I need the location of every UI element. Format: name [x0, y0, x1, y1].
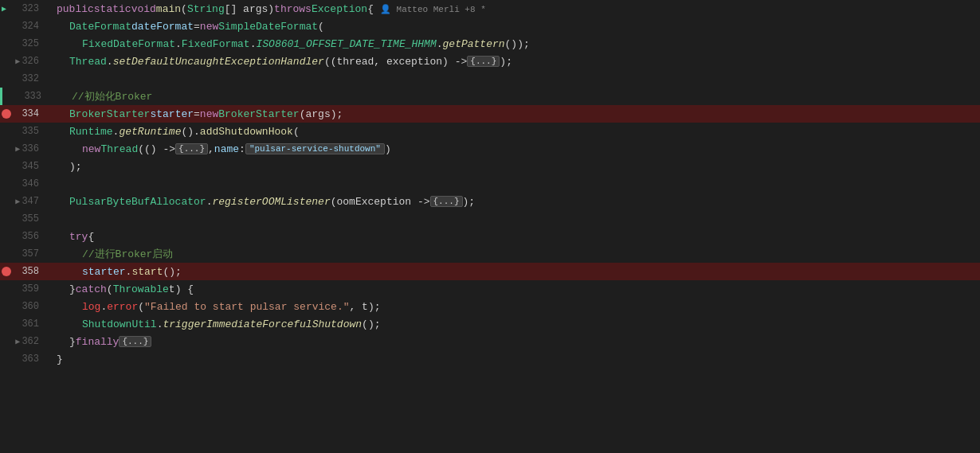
- type-throwable: Throwable: [113, 283, 169, 295]
- type-shutdownutil: ShutdownUtil: [82, 318, 157, 330]
- type-fixedformat: FixedFormat: [182, 38, 250, 50]
- fold-347[interactable]: ▶: [15, 197, 20, 206]
- breakpoint-358: [2, 267, 11, 276]
- line-number-336: 336: [22, 143, 39, 154]
- breakpoint-334: [2, 109, 11, 119]
- line-336: ▶ 336 new Thread (() -> {...} , name : "…: [0, 140, 980, 158]
- line-number-355: 355: [22, 213, 39, 225]
- line-361: 361 ShutdownUtil . triggerImmediateForce…: [0, 315, 980, 333]
- comment-333: //初始化Broker: [72, 89, 152, 103]
- line-number-324: 324: [22, 21, 39, 32]
- keyword-try: try: [69, 231, 88, 243]
- line-355: 355: [0, 210, 980, 228]
- line-362: ▶ 362 } finally {...}: [0, 333, 980, 350]
- line-number-323: 323: [22, 3, 39, 14]
- gutter-357: 357: [0, 245, 44, 263]
- type-runtime: Runtime: [69, 126, 113, 138]
- var-starter: starter: [150, 108, 194, 120]
- type-brokerstarter: BrokerStarter: [69, 108, 150, 120]
- collapsed-326[interactable]: {...}: [467, 56, 500, 67]
- type-fixeddateformat: FixedDateFormat: [82, 38, 175, 50]
- line-number-362: 362: [22, 336, 39, 347]
- line-323: ▶ 323 public static void main ( String […: [0, 0, 980, 18]
- line-content-360: log . error ( "Failed to start pulsar se…: [44, 298, 980, 315]
- line-number-346: 346: [22, 178, 39, 189]
- line-content-358: starter . start ();: [44, 263, 980, 280]
- keyword-new-336: new: [82, 143, 100, 155]
- fold-362[interactable]: ▶: [15, 337, 20, 346]
- line-number-360: 360: [22, 301, 39, 312]
- line-347: ▶ 347 PulsarByteBufAllocator . registerO…: [0, 193, 980, 210]
- line-content-347: PulsarByteBufAllocator . registerOOMList…: [44, 193, 980, 210]
- type-thread-336: Thread: [100, 143, 138, 155]
- line-325: 325 FixedDateFormat . FixedFormat . ISO8…: [0, 35, 980, 53]
- line-357: 357 //进行Broker启动: [0, 245, 980, 263]
- line-359: 359 } catch ( Throwable t) {: [0, 280, 980, 298]
- keyword-public: public: [57, 3, 94, 15]
- var-dateformat: dateFormat: [131, 21, 194, 33]
- line-content-324: DateFormat dateFormat = new SimpleDateFo…: [44, 18, 980, 35]
- collapsed-362[interactable]: {...}: [119, 336, 151, 347]
- author-info: 👤 Matteo Merli +8 *: [380, 4, 486, 14]
- gutter-325: 325: [0, 35, 44, 53]
- name-hint-336: "pulsar-service-shutdown": [245, 143, 385, 154]
- comment-357: //进行Broker启动: [82, 247, 173, 261]
- line-346: 346: [0, 175, 980, 193]
- collapsed-347[interactable]: {...}: [430, 196, 463, 207]
- line-332: 332: [0, 70, 980, 88]
- line-content-325: FixedDateFormat . FixedFormat . ISO8601_…: [44, 35, 980, 53]
- var-starter-start: starter: [82, 266, 126, 278]
- keyword-catch: catch: [76, 283, 107, 295]
- gutter-324: 324: [0, 18, 44, 35]
- line-356: 356 try {: [0, 228, 980, 245]
- line-number-358: 358: [22, 266, 39, 277]
- keyword-throws: throws: [274, 3, 312, 15]
- line-number-325: 325: [22, 38, 39, 49]
- gutter-333: 333: [2, 88, 46, 105]
- keyword-void: void: [131, 3, 156, 15]
- fn-setdefault: setDefaultUncaughtExceptionHandler: [113, 56, 324, 68]
- line-number-361: 361: [22, 318, 39, 330]
- fn-registeroom: registerOOMListener: [212, 196, 330, 208]
- line-number-359: 359: [22, 283, 39, 295]
- gutter-326: ▶ 326: [0, 53, 44, 70]
- gutter-336: ▶ 336: [0, 140, 44, 158]
- code-area: ▶ 323 public static void main ( String […: [0, 0, 980, 453]
- fn-addshutdownhook: addShutdownHook: [200, 126, 293, 138]
- line-content-334: BrokerStarter starter = new BrokerStarte…: [44, 105, 980, 123]
- line-number-363: 363: [22, 353, 39, 365]
- line-number-332: 332: [22, 73, 39, 84]
- fn-getruntime: getRuntime: [119, 126, 181, 138]
- line-number-334: 334: [22, 108, 39, 119]
- line-content-356: try {: [44, 228, 980, 245]
- gutter-334: 334: [0, 105, 44, 123]
- line-content-336: new Thread (() -> {...} , name : "pulsar…: [44, 140, 980, 158]
- const-iso: ISO8601_OFFSET_DATE_TIME_HHMM: [256, 38, 436, 50]
- fold-336[interactable]: ▶: [15, 144, 20, 154]
- line-content-359: } catch ( Throwable t) {: [44, 280, 980, 298]
- line-content-357: //进行Broker启动: [44, 245, 980, 263]
- line-content-361: ShutdownUtil . triggerImmediateForcefulS…: [44, 315, 980, 333]
- line-number-333: 333: [24, 91, 41, 102]
- line-content-326: Thread . setDefaultUncaughtExceptionHand…: [44, 53, 980, 70]
- gutter-356: 356: [0, 228, 44, 245]
- line-335: 335 Runtime . getRuntime (). addShutdown…: [0, 123, 980, 140]
- fold-326[interactable]: ▶: [15, 57, 20, 66]
- gutter-361: 361: [0, 315, 44, 333]
- gutter-360: 360: [0, 298, 44, 315]
- line-360: 360 log . error ( "Failed to start pulsa…: [0, 298, 980, 315]
- line-number-345: 345: [22, 161, 39, 172]
- line-content-355: [44, 210, 980, 228]
- line-358: 358 starter . start ();: [0, 263, 980, 280]
- line-number-347: 347: [22, 196, 39, 207]
- str-failed: "Failed to start pulsar service.": [144, 301, 349, 313]
- line-326: ▶ 326 Thread . setDefaultUncaughtExcepti…: [0, 53, 980, 70]
- fn-trigger: triggerImmediateForcefulShutdown: [163, 318, 362, 330]
- collapsed-336[interactable]: {...}: [175, 143, 208, 154]
- line-334: 334 BrokerStarter starter = new BrokerSt…: [0, 105, 980, 123]
- fn-getpattern: getPattern: [443, 38, 505, 50]
- gutter-332: 332: [0, 70, 44, 88]
- line-number-335: 335: [22, 126, 39, 137]
- line-333: 333 //初始化Broker: [0, 88, 980, 105]
- keyword-static: static: [94, 3, 131, 15]
